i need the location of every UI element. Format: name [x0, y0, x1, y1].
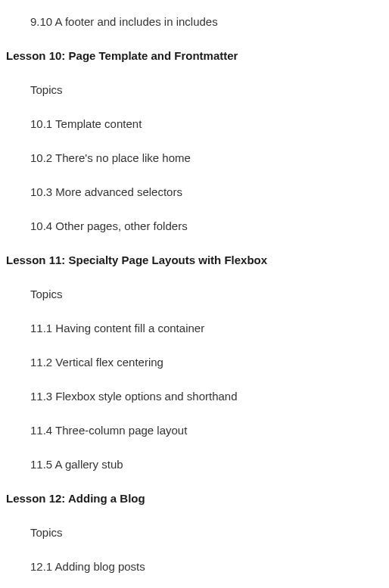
topic-item[interactable]: 10.4 Other pages, other folders — [0, 209, 389, 243]
topic-item[interactable]: 10.2 There's no place like home — [0, 141, 389, 175]
topic-item[interactable]: 10.3 More advanced selectors — [0, 175, 389, 209]
topic-item[interactable]: 11.2 Vertical flex centering — [0, 345, 389, 379]
topic-item[interactable]: 11.1 Having content fill a container — [0, 311, 389, 345]
topic-item[interactable]: 11.4 Three-column page layout — [0, 413, 389, 447]
topic-item[interactable]: 9.10 A footer and includes in includes — [0, 5, 389, 39]
topic-item[interactable]: 12.1 Adding blog posts — [0, 549, 389, 583]
lesson-title[interactable]: Lesson 10: Page Template and Frontmatter — [0, 39, 389, 73]
lesson-title[interactable]: Lesson 11: Specialty Page Layouts with F… — [0, 243, 389, 277]
topic-item[interactable]: 11.5 A gallery stub — [0, 447, 389, 481]
topic-item[interactable]: Topics — [0, 277, 389, 311]
topic-item[interactable]: Topics — [0, 73, 389, 107]
topic-item[interactable]: 12.2 Blog index content loop — [0, 583, 389, 588]
topic-item[interactable]: 11.3 Flexbox style options and shorthand — [0, 379, 389, 413]
lesson-title[interactable]: Lesson 12: Adding a Blog — [0, 481, 389, 515]
course-outline: 9.10 A footer and includes in includes L… — [0, 5, 389, 588]
topic-item[interactable]: 10.1 Template content — [0, 107, 389, 141]
topic-item[interactable]: Topics — [0, 515, 389, 549]
